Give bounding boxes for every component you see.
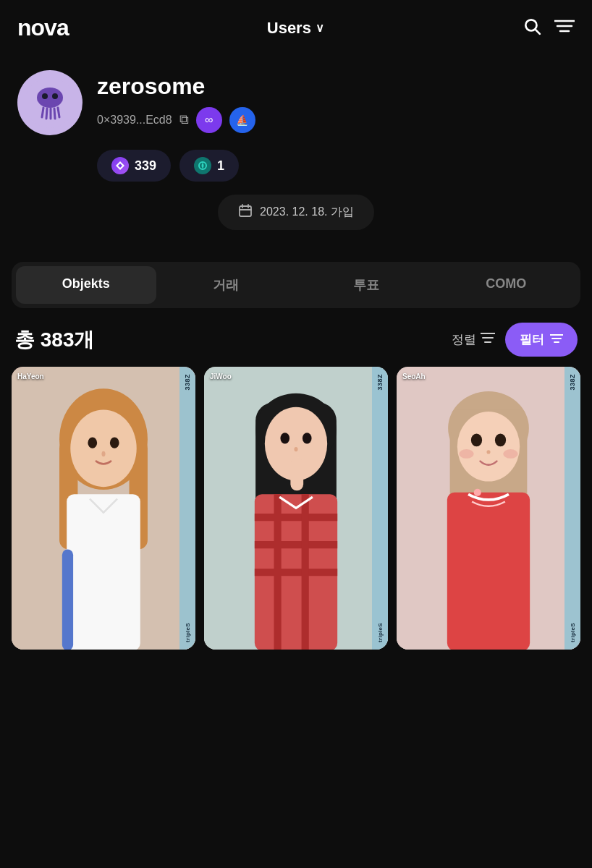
- card-jiwoo[interactable]: 338Z tripleS JiWoo: [204, 367, 388, 650]
- header-actions: [523, 17, 575, 40]
- stat-objekts-value: 339: [135, 158, 156, 174]
- card-2-group: tripleS: [377, 623, 384, 642]
- svg-point-59: [503, 449, 517, 459]
- join-date-row: 2023. 12. 18. 가입: [218, 195, 374, 230]
- cards-grid: 338Z tripleS HaYeon: [0, 367, 592, 661]
- card-2-name: JiWoo: [210, 373, 232, 380]
- badge-purple[interactable]: ∞: [196, 107, 222, 133]
- stat-pill-como: 1: [179, 150, 239, 182]
- profile-info: zerosome 0×3939...Ecd8 ⧉ ∞ ⛵: [97, 73, 255, 133]
- svg-point-57: [495, 434, 506, 447]
- svg-point-7: [42, 93, 48, 99]
- wallet-row: 0×3939...Ecd8 ⧉ ∞ ⛵: [97, 107, 255, 133]
- svg-rect-61: [447, 493, 530, 650]
- card-3-serial: 338Z: [569, 374, 576, 391]
- svg-point-31: [110, 438, 119, 448]
- filter-icon: [550, 333, 563, 347]
- card-1-group: tripleS: [185, 623, 191, 642]
- svg-point-41: [294, 447, 297, 451]
- copy-icon[interactable]: ⧉: [179, 112, 189, 127]
- svg-rect-34: [62, 550, 73, 650]
- svg-line-12: [54, 109, 55, 119]
- svg-line-13: [58, 108, 59, 117]
- svg-rect-15: [240, 206, 251, 216]
- card-hayeon[interactable]: 338Z tripleS HaYeon: [12, 367, 195, 650]
- svg-point-60: [486, 450, 490, 454]
- svg-point-30: [88, 438, 97, 448]
- svg-point-56: [471, 434, 482, 447]
- filter-button[interactable]: 필터: [505, 323, 578, 357]
- filter-label: 필터: [520, 331, 544, 348]
- list-header: 총 383개 정렬 필터: [0, 308, 592, 367]
- card-3-group: tripleS: [570, 623, 576, 642]
- chevron-down-icon: ∨: [316, 21, 324, 35]
- tabs-container: Objekts 거래 투표 COMO: [12, 262, 580, 308]
- profile-section: zerosome 0×3939...Ecd8 ⧉ ∞ ⛵ 339: [0, 53, 592, 242]
- wallet-address: 0×3939...Ecd8: [97, 114, 172, 127]
- avatar: [17, 70, 83, 135]
- tab-trades[interactable]: 거래: [156, 266, 297, 304]
- objekts-icon: [111, 157, 129, 174]
- app-logo: nova: [17, 14, 69, 41]
- svg-point-40: [303, 433, 312, 443]
- card-seoah[interactable]: 338Z tripleS SeoAh: [397, 367, 580, 650]
- svg-line-10: [46, 109, 47, 119]
- stat-pill-objekts: 339: [97, 150, 171, 182]
- total-count: 총 383개: [14, 326, 95, 354]
- sort-button[interactable]: 정렬: [452, 331, 495, 348]
- stat-como-value: 1: [217, 158, 224, 174]
- stats-row: 339 1: [17, 150, 239, 182]
- list-controls: 정렬 필터: [452, 323, 578, 357]
- header: nova Users ∨: [0, 0, 592, 53]
- card-1-name: HaYeon: [17, 373, 44, 380]
- username: zerosome: [97, 73, 255, 100]
- svg-point-55: [457, 412, 520, 482]
- svg-point-62: [474, 489, 481, 496]
- svg-line-1: [536, 29, 540, 33]
- badge-blue[interactable]: ⛵: [229, 107, 255, 133]
- search-icon[interactable]: [523, 17, 541, 40]
- svg-rect-49: [255, 494, 337, 649]
- calendar-icon: [238, 203, 253, 221]
- svg-point-58: [459, 449, 473, 459]
- sort-icon: [481, 332, 495, 347]
- tab-objekts[interactable]: Objekts: [16, 266, 156, 304]
- profile-top: zerosome 0×3939...Ecd8 ⧉ ∞ ⛵: [17, 70, 255, 135]
- card-3-name: SeoAh: [402, 373, 426, 380]
- svg-point-32: [101, 451, 105, 457]
- header-title-area[interactable]: Users ∨: [267, 19, 324, 38]
- svg-rect-33: [67, 494, 140, 649]
- tab-como[interactable]: COMO: [436, 266, 577, 304]
- como-icon: [194, 157, 211, 174]
- svg-line-9: [42, 108, 43, 117]
- sort-label: 정렬: [452, 331, 476, 348]
- card-1-serial: 338Z: [184, 374, 191, 391]
- card-2-serial: 338Z: [376, 374, 384, 391]
- page-title: Users: [267, 19, 311, 38]
- svg-point-29: [70, 409, 136, 487]
- join-date: 2023. 12. 18. 가입: [260, 205, 354, 220]
- svg-point-39: [280, 433, 289, 443]
- tab-vote[interactable]: 투표: [296, 266, 436, 304]
- menu-filter-icon[interactable]: [554, 18, 575, 38]
- svg-rect-50: [290, 458, 303, 491]
- svg-point-8: [52, 93, 58, 99]
